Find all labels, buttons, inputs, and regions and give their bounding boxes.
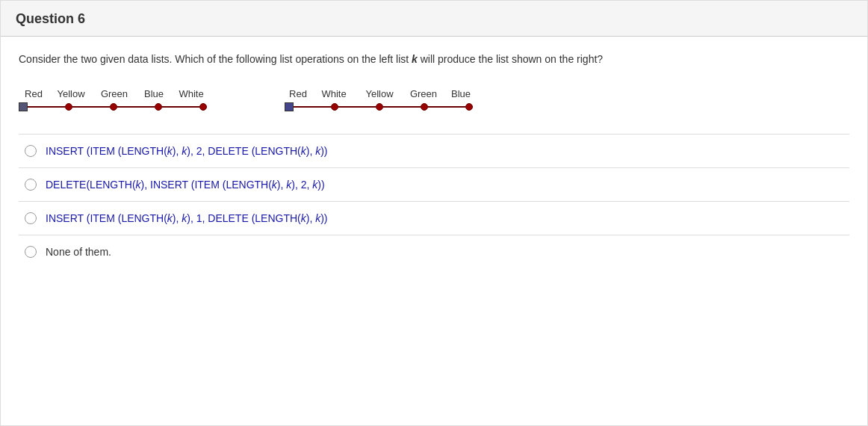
left-list-labels: Red Yellow Green Blue White (19, 88, 210, 99)
right-node-1 (331, 103, 338, 111)
right-label-yellow: Yellow (356, 88, 403, 99)
left-list-track (19, 102, 207, 111)
lists-container: Red Yellow Green Blue White (19, 88, 849, 111)
left-label-green: Green (93, 88, 135, 99)
right-list: Red White Yellow Green Blue (285, 88, 477, 111)
left-label-white: White (173, 88, 210, 99)
radio-opt2[interactable] (25, 179, 37, 191)
question-title: Question 6 (16, 11, 85, 26)
right-node-4 (465, 103, 473, 111)
options-section: INSERT (ITEM (LENGTH(k), k), 2, DELETE (… (19, 134, 849, 268)
option-row-3[interactable]: INSERT (ITEM (LENGTH(k), k), 1, DELETE (… (19, 202, 849, 235)
left-node-start (19, 102, 28, 111)
option-text-2[interactable]: DELETE(LENGTH(k), INSERT (ITEM (LENGTH(k… (46, 179, 325, 191)
right-label-white: White (311, 88, 356, 99)
radio-opt1[interactable] (25, 145, 37, 157)
option-text-3[interactable]: INSERT (ITEM (LENGTH(k), k), 1, DELETE (… (46, 212, 328, 224)
option-text-4[interactable]: None of them. (46, 246, 111, 258)
left-seg-2 (72, 106, 110, 108)
left-list: Red Yellow Green Blue White (19, 88, 210, 111)
right-label-green: Green (403, 88, 444, 99)
left-node-2 (110, 103, 117, 111)
left-seg-3 (117, 106, 155, 108)
right-seg-2 (338, 106, 376, 108)
radio-opt4[interactable] (25, 246, 37, 258)
content-area: Consider the two given data lists. Which… (1, 37, 867, 283)
left-node-3 (155, 103, 162, 111)
left-seg-4 (162, 106, 199, 108)
radio-opt3[interactable] (25, 212, 37, 224)
left-label-yellow: Yellow (49, 88, 93, 99)
question-text: Consider the two given data lists. Which… (19, 52, 849, 67)
left-seg-1 (28, 106, 65, 108)
right-seg-4 (428, 106, 465, 108)
right-seg-1 (294, 106, 331, 108)
right-node-2 (376, 103, 383, 111)
page-container: Question 6 Consider the two given data l… (0, 0, 868, 426)
right-seg-3 (383, 106, 421, 108)
left-label-red: Red (19, 88, 49, 99)
right-node-3 (421, 103, 428, 111)
left-node-1 (65, 103, 72, 111)
left-node-4 (199, 103, 207, 111)
right-node-start (285, 102, 294, 111)
right-list-track (285, 102, 473, 111)
option-row-1[interactable]: INSERT (ITEM (LENGTH(k), k), 2, DELETE (… (19, 135, 849, 168)
left-label-blue: Blue (135, 88, 173, 99)
right-list-labels: Red White Yellow Green Blue (285, 88, 477, 99)
option-row-2[interactable]: DELETE(LENGTH(k), INSERT (ITEM (LENGTH(k… (19, 168, 849, 202)
right-label-red: Red (285, 88, 311, 99)
option-row-4[interactable]: None of them. (19, 235, 849, 268)
right-label-blue: Blue (444, 88, 477, 99)
question-header: Question 6 (1, 1, 867, 37)
option-text-1[interactable]: INSERT (ITEM (LENGTH(k), k), 2, DELETE (… (46, 145, 328, 157)
